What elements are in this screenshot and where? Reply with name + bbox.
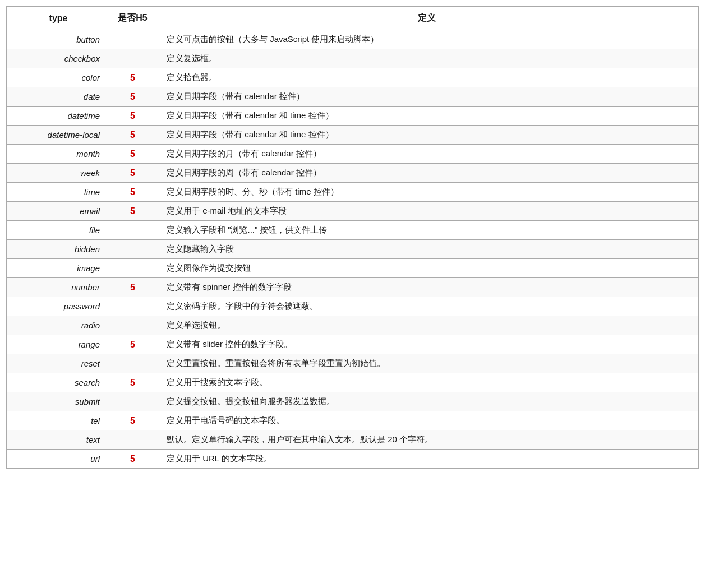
cell-h5: 5 — [110, 145, 155, 164]
cell-type: datetime-local — [7, 126, 110, 145]
h5-badge: 5 — [130, 111, 135, 121]
cell-h5: 5 — [110, 278, 155, 297]
cell-definition: 定义重置按钮。重置按钮会将所有表单字段重置为初始值。 — [155, 354, 699, 373]
h5-badge: 5 — [130, 206, 135, 216]
table-row: file定义输入字段和 "浏览..." 按钮，供文件上传 — [7, 221, 699, 240]
cell-h5 — [110, 430, 155, 450]
cell-definition: 定义单选按钮。 — [155, 316, 699, 335]
cell-definition: 定义日期字段（带有 calendar 控件） — [155, 87, 699, 107]
h5-badge: 5 — [130, 149, 135, 159]
cell-h5 — [110, 221, 155, 240]
cell-h5 — [110, 297, 155, 316]
h5-badge: 5 — [130, 130, 135, 140]
cell-h5: 5 — [110, 450, 155, 469]
col-header-h5: 是否H5 — [110, 7, 155, 30]
h5-badge: 5 — [130, 416, 135, 425]
h5-badge: 5 — [130, 168, 135, 178]
cell-definition: 定义日期字段的周（带有 calendar 控件） — [155, 164, 699, 183]
cell-type: week — [7, 164, 110, 183]
cell-h5: 5 — [110, 107, 155, 126]
table-row: number5定义带有 spinner 控件的数字字段 — [7, 278, 699, 297]
table-row: datetime5定义日期字段（带有 calendar 和 time 控件） — [7, 107, 699, 126]
cell-definition: 默认。定义单行输入字段，用户可在其中输入文本。默认是 20 个字符。 — [155, 430, 699, 450]
table-row: submit定义提交按钮。提交按钮向服务器发送数据。 — [7, 392, 699, 411]
cell-definition: 定义带有 slider 控件的数字字段。 — [155, 335, 699, 354]
cell-definition: 定义图像作为提交按钮 — [155, 259, 699, 278]
cell-type: email — [7, 202, 110, 221]
table-row: datetime-local5定义日期字段（带有 calendar 和 time… — [7, 126, 699, 145]
cell-definition: 定义日期字段（带有 calendar 和 time 控件） — [155, 107, 699, 126]
cell-definition: 定义用于电话号码的文本字段。 — [155, 411, 699, 430]
cell-h5 — [110, 392, 155, 411]
table-row: text默认。定义单行输入字段，用户可在其中输入文本。默认是 20 个字符。 — [7, 430, 699, 450]
cell-definition: 定义用于搜索的文本字段。 — [155, 373, 699, 392]
cell-definition: 定义日期字段的时、分、秒（带有 time 控件） — [155, 183, 699, 202]
cell-type: text — [7, 430, 110, 450]
table-row: url5定义用于 URL 的文本字段。 — [7, 450, 699, 469]
cell-type: tel — [7, 411, 110, 430]
cell-type: month — [7, 145, 110, 164]
cell-definition: 定义用于 e-mail 地址的文本字段 — [155, 202, 699, 221]
table-row: week5定义日期字段的周（带有 calendar 控件） — [7, 164, 699, 183]
cell-type: radio — [7, 316, 110, 335]
cell-type: checkbox — [7, 49, 110, 68]
cell-type: button — [7, 30, 110, 49]
cell-h5: 5 — [110, 183, 155, 202]
cell-type: password — [7, 297, 110, 316]
cell-definition: 定义拾色器。 — [155, 68, 699, 87]
cell-h5: 5 — [110, 68, 155, 87]
cell-h5: 5 — [110, 126, 155, 145]
table-row: month5定义日期字段的月（带有 calendar 控件） — [7, 145, 699, 164]
col-header-type: type — [7, 7, 110, 30]
table-header-row: type 是否H5 定义 — [7, 7, 699, 30]
h5-badge: 5 — [130, 283, 135, 292]
cell-h5: 5 — [110, 202, 155, 221]
h5-badge: 5 — [130, 454, 135, 464]
cell-h5: 5 — [110, 373, 155, 392]
cell-type: search — [7, 373, 110, 392]
cell-h5 — [110, 259, 155, 278]
cell-type: time — [7, 183, 110, 202]
h5-badge: 5 — [130, 378, 135, 387]
table-row: time5定义日期字段的时、分、秒（带有 time 控件） — [7, 183, 699, 202]
cell-definition: 定义输入字段和 "浏览..." 按钮，供文件上传 — [155, 221, 699, 240]
cell-definition: 定义复选框。 — [155, 49, 699, 68]
table-row: radio定义单选按钮。 — [7, 316, 699, 335]
cell-h5 — [110, 49, 155, 68]
table-row: search5定义用于搜索的文本字段。 — [7, 373, 699, 392]
table-row: button定义可点击的按钮（大多与 JavaScript 使用来启动脚本） — [7, 30, 699, 49]
cell-h5 — [110, 30, 155, 49]
table-row: hidden定义隐藏输入字段 — [7, 240, 699, 259]
cell-definition: 定义密码字段。字段中的字符会被遮蔽。 — [155, 297, 699, 316]
cell-h5 — [110, 316, 155, 335]
cell-definition: 定义可点击的按钮（大多与 JavaScript 使用来启动脚本） — [155, 30, 699, 49]
cell-type: url — [7, 450, 110, 469]
cell-type: datetime — [7, 107, 110, 126]
h5-badge: 5 — [130, 92, 135, 101]
table-row: email5定义用于 e-mail 地址的文本字段 — [7, 202, 699, 221]
h5-badge: 5 — [130, 187, 135, 197]
cell-type: hidden — [7, 240, 110, 259]
cell-h5: 5 — [110, 164, 155, 183]
cell-h5 — [110, 240, 155, 259]
cell-definition: 定义隐藏输入字段 — [155, 240, 699, 259]
cell-type: file — [7, 221, 110, 240]
table-row: range5定义带有 slider 控件的数字字段。 — [7, 335, 699, 354]
cell-type: submit — [7, 392, 110, 411]
cell-type: image — [7, 259, 110, 278]
cell-definition: 定义带有 spinner 控件的数字字段 — [155, 278, 699, 297]
cell-definition: 定义提交按钮。提交按钮向服务器发送数据。 — [155, 392, 699, 411]
cell-h5 — [110, 354, 155, 373]
table-row: image定义图像作为提交按钮 — [7, 259, 699, 278]
cell-type: date — [7, 87, 110, 107]
table-row: reset定义重置按钮。重置按钮会将所有表单字段重置为初始值。 — [7, 354, 699, 373]
cell-definition: 定义日期字段（带有 calendar 和 time 控件） — [155, 126, 699, 145]
cell-h5: 5 — [110, 87, 155, 107]
h5-badge: 5 — [130, 340, 135, 349]
col-header-definition: 定义 — [155, 7, 699, 30]
cell-type: range — [7, 335, 110, 354]
table-row: date5定义日期字段（带有 calendar 控件） — [7, 87, 699, 107]
cell-h5: 5 — [110, 335, 155, 354]
cell-type: color — [7, 68, 110, 87]
table-row: checkbox定义复选框。 — [7, 49, 699, 68]
